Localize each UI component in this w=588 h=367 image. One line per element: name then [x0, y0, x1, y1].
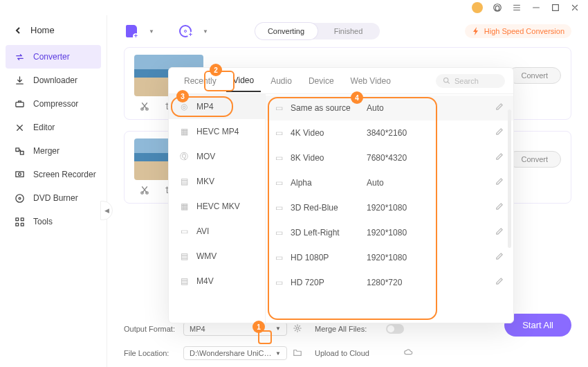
trim-icon[interactable] [140, 102, 149, 114]
step-badge-4: 4 [351, 91, 363, 104]
main-panel: ▼ ▼ Converting Finished High Speed Conve… [107, 15, 588, 367]
download-icon [14, 75, 25, 86]
resolution-row[interactable]: ▭3D Red-Blue1920*1080 [266, 195, 513, 220]
search-placeholder: Search [454, 77, 479, 85]
trim-icon[interactable] [140, 186, 149, 197]
file-plus-icon [126, 25, 137, 37]
support-icon[interactable] [493, 3, 502, 12]
resolution-value: Auto [367, 178, 487, 188]
file-location-select[interactable]: D:\Wondershare UniConverter 1 ▼ [183, 346, 287, 360]
resolution-row[interactable]: ▭4K Video3840*2160 [266, 120, 513, 145]
format-item-mkv[interactable]: ▤MKV [169, 169, 265, 194]
convert-button[interactable]: Convert [508, 67, 561, 84]
edit-preset-icon[interactable] [495, 102, 504, 114]
panel-tab-audio[interactable]: Audio [264, 71, 299, 91]
output-format-select[interactable]: MP4 ▼ [183, 322, 287, 336]
start-all-button[interactable]: Start All [504, 314, 571, 337]
edit-preset-icon[interactable] [495, 252, 504, 263]
resolution-row[interactable]: ▭8K Video7680*4320 [266, 145, 513, 170]
format-item-hevc-mp4[interactable]: ▦HEVC MP4 [169, 119, 265, 144]
film-icon: ▤ [178, 176, 190, 187]
format-item-wmv[interactable]: ▤WMV [169, 244, 265, 269]
maximize-icon[interactable] [551, 3, 560, 12]
convert-button[interactable]: Convert [508, 151, 561, 168]
svg-point-7 [15, 194, 23, 202]
resolution-row[interactable]: ▭Same as sourceAuto [266, 96, 513, 120]
resolution-name: 3D Red-Blue [291, 203, 367, 213]
panel-scrollbar[interactable] [508, 109, 511, 248]
target-icon: ◎ [178, 101, 190, 112]
edit-preset-icon[interactable] [495, 227, 504, 238]
format-label: MP4 [196, 102, 214, 111]
converter-icon [14, 51, 25, 62]
resolution-value: Auto [367, 103, 487, 113]
resolution-value: 1280*720 [367, 278, 487, 287]
svg-rect-11 [15, 223, 18, 226]
format-item-mov[interactable]: ⓆMOV [169, 144, 265, 169]
search-icon [443, 77, 450, 84]
high-speed-badge[interactable]: High Speed Conversion [465, 24, 571, 38]
sidebar-item-tools[interactable]: Tools [0, 210, 107, 233]
file-location-value: D:\Wondershare UniConverter 1 [190, 349, 275, 357]
resolution-row[interactable]: ▭HD 720P1280*720 [266, 270, 513, 295]
home-link[interactable]: Home [0, 21, 107, 45]
panel-tab-video[interactable]: Video [226, 70, 261, 92]
edit-preset-icon[interactable] [495, 177, 504, 188]
format-label: AVI [196, 226, 209, 236]
sidebar-item-compressor[interactable]: Compressor [0, 92, 107, 116]
resolution-name: Alpha [291, 178, 367, 188]
video-frame-icon: ▭ [275, 278, 291, 287]
resolution-row[interactable]: ▭3D Left-Right1920*1080 [266, 220, 513, 245]
panel-tab-device[interactable]: Device [302, 71, 341, 91]
minimize-icon[interactable] [531, 3, 541, 12]
merger-icon [14, 145, 25, 156]
panel-tab-web-video[interactable]: Web Video [344, 71, 398, 91]
bolt-icon [472, 27, 480, 35]
resolution-name: 3D Left-Right [291, 228, 367, 238]
output-bar: Output Format: MP4 ▼ Merge All Files: St… [124, 321, 571, 360]
format-item-hevc-mkv[interactable]: ▦HEVC MKV [169, 194, 265, 219]
format-item-avi[interactable]: ▭AVI [169, 219, 265, 244]
resolution-name: 8K Video [291, 153, 367, 163]
chevron-down-icon[interactable]: ▼ [149, 28, 154, 35]
svg-point-8 [19, 197, 21, 199]
format-item-m4v[interactable]: ▤M4V [169, 269, 265, 294]
sidebar-item-merger[interactable]: Merger [0, 139, 107, 163]
panel-search[interactable]: Search [436, 74, 505, 88]
high-speed-label: High Speed Conversion [484, 27, 564, 35]
sidebar-item-screen-recorder[interactable]: Screen Recorder [0, 163, 107, 186]
codec-icon: ▦ [178, 201, 190, 212]
edit-preset-icon[interactable] [495, 152, 504, 163]
resolution-value: 1920*1080 [367, 253, 487, 262]
format-label: HEVC MP4 [196, 127, 239, 136]
sidebar-item-downloader[interactable]: Downloader [0, 69, 107, 92]
svg-rect-12 [21, 223, 24, 226]
segment-converting[interactable]: Converting [255, 23, 318, 39]
folder-icon[interactable] [293, 348, 309, 359]
menu-icon[interactable] [512, 3, 522, 12]
add-dvd-button[interactable] [178, 24, 193, 39]
cloud-icon[interactable] [403, 348, 420, 359]
sidebar-item-dvd-burner[interactable]: DVD Burner [0, 186, 107, 210]
gear-icon[interactable] [293, 323, 309, 334]
user-avatar[interactable] [472, 2, 483, 13]
film-icon: ▤ [178, 251, 190, 262]
sidebar-item-label: Compressor [33, 99, 78, 109]
sidebar-item-editor[interactable]: Editor [0, 116, 107, 139]
edit-preset-icon[interactable] [495, 127, 504, 138]
segment-finished[interactable]: Finished [318, 23, 380, 39]
resolution-row[interactable]: ▭HD 1080P1920*1080 [266, 245, 513, 270]
video-frame-icon: ▭ [275, 253, 291, 262]
add-file-button[interactable] [124, 24, 139, 39]
edit-preset-icon[interactable] [495, 202, 504, 213]
close-icon[interactable] [570, 3, 580, 12]
chevron-down-icon[interactable]: ▼ [203, 28, 208, 35]
resolution-row[interactable]: ▭AlphaAuto [266, 170, 513, 195]
sidebar-item-label: Screen Recorder [33, 170, 96, 179]
merge-toggle[interactable] [386, 324, 404, 334]
sidebar-item-converter[interactable]: Converter [6, 45, 101, 69]
resolution-name: HD 1080P [291, 253, 367, 262]
quicktime-icon: Ⓠ [178, 151, 190, 162]
resolution-value: 1920*1080 [367, 203, 487, 213]
edit-preset-icon[interactable] [495, 277, 504, 288]
